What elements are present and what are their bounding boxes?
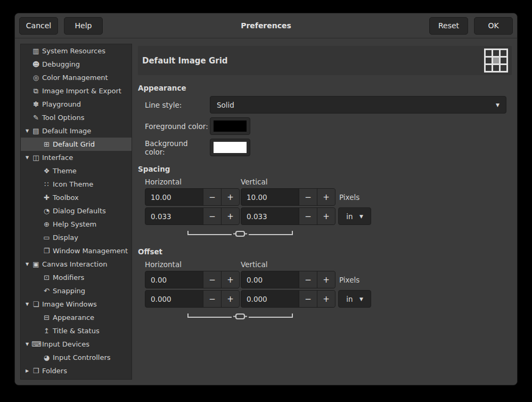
background-color-label: Background color: [145, 139, 210, 156]
spacing-vertical-pixels-input[interactable]: 10.00 [241, 189, 299, 205]
expander-icon[interactable]: ▼ [23, 262, 31, 267]
debugging-icon: ☻ [31, 60, 40, 68]
spacing-unit-dropdown[interactable]: in ▼ [338, 207, 371, 225]
offset-horizontal-pixels-spinbox: 0.00 − + [145, 271, 240, 288]
spacing-horizontal-pixels-spinbox: 10.00 − + [145, 188, 240, 206]
minus-icon[interactable]: − [299, 291, 317, 307]
sidebar-item-window-management[interactable]: ❐Window Management [21, 244, 132, 258]
offset-chain-button[interactable] [187, 312, 293, 320]
help-button[interactable]: Help [64, 17, 103, 35]
cancel-button[interactable]: Cancel [19, 17, 58, 35]
expander-icon[interactable]: ▼ [23, 302, 31, 307]
sidebar-item-input-controllers[interactable]: ◕Input Controllers [21, 351, 132, 364]
minus-icon[interactable]: − [203, 208, 221, 224]
plus-icon[interactable]: + [221, 189, 239, 205]
expander-icon[interactable]: ▼ [23, 155, 31, 160]
plus-icon[interactable]: + [317, 208, 335, 224]
plus-icon[interactable]: + [317, 271, 335, 288]
sidebar-item-default-image[interactable]: ▼▤Default Image [21, 124, 132, 138]
sidebar-item-label: Title & Status [53, 327, 100, 335]
line-style-label: Line style: [145, 101, 210, 109]
expander-icon[interactable]: ▼ [23, 128, 31, 133]
foreground-color-button[interactable] [210, 117, 250, 135]
dialog-defaults-icon: ◔ [42, 207, 51, 215]
sidebar-item-label: Default Grid [53, 140, 95, 148]
sidebar-item-label: Dialog Defaults [53, 207, 106, 215]
sidebar-item-folders[interactable]: ▶❒Folders [21, 364, 132, 377]
sidebar-item-image-import-and-export[interactable]: ⧉Image Import & Export [21, 84, 132, 98]
sidebar-item-help-system[interactable]: ⊕Help System [21, 218, 132, 231]
sidebar-item-playground[interactable]: ✽Playground [21, 98, 132, 111]
plus-icon[interactable]: + [221, 291, 239, 307]
sidebar-item-label: Folders [42, 367, 67, 375]
sidebar-item-icon-theme[interactable]: ∷Icon Theme [21, 178, 132, 191]
dialog-body: ▥System Resources☻Debugging◎Color Manage… [15, 38, 517, 385]
sidebar-item-label: Debugging [42, 60, 80, 68]
minus-icon[interactable]: − [203, 291, 221, 307]
sidebar-item-snapping[interactable]: ↶Snapping [21, 284, 132, 298]
minus-icon[interactable]: − [299, 189, 317, 205]
sidebar-item-title-and-status[interactable]: ↥Title & Status [21, 324, 132, 337]
appearance-heading: Appearance [138, 84, 512, 92]
sidebar-item-system-resources[interactable]: ▥System Resources [21, 44, 132, 58]
offset-pixels-unit-label: Pixels [339, 276, 359, 284]
sidebar-item-image-windows[interactable]: ▼❏Image Windows [21, 298, 132, 311]
sidebar-item-debugging[interactable]: ☻Debugging [21, 58, 132, 71]
folders-icon: ❒ [31, 367, 40, 375]
offset-vertical-unit-input[interactable]: 0.000 [241, 291, 299, 307]
plus-icon[interactable]: + [221, 271, 239, 288]
foreground-color-label: Foreground color: [145, 122, 210, 131]
spacing-pixels-unit-label: Pixels [339, 193, 359, 202]
spacing-chain-button[interactable] [187, 229, 293, 238]
offset-unit-dropdown[interactable]: in ▼ [338, 290, 371, 308]
reset-button[interactable]: Reset [429, 17, 468, 35]
expander-icon[interactable]: ▼ [23, 342, 31, 347]
expander-icon[interactable]: ▶ [23, 368, 31, 373]
input-devices-icon: ⌨ [31, 340, 40, 348]
offset-horizontal-unit-input[interactable]: 0.000 [145, 291, 203, 307]
spacing-unit-value: in [346, 212, 353, 221]
canvas-interaction-icon: ▣ [31, 260, 40, 268]
spacing-horizontal-unit-spinbox: 0.033 − + [145, 207, 240, 225]
sidebar-item-color-management[interactable]: ◎Color Management [21, 71, 132, 84]
sidebar-item-canvas-interaction[interactable]: ▼▣Canvas Interaction [21, 258, 132, 271]
ok-button[interactable]: OK [474, 17, 513, 35]
sidebar-item-label: Modifiers [53, 274, 84, 282]
minus-icon[interactable]: − [299, 208, 317, 224]
background-color-button[interactable] [210, 139, 250, 156]
sidebar-item-theme[interactable]: ❖Theme [21, 164, 132, 178]
minus-icon[interactable]: − [203, 271, 221, 288]
background-color-swatch [214, 142, 247, 153]
minus-icon[interactable]: − [299, 271, 317, 288]
spacing-horizontal-pixels-input[interactable]: 10.00 [145, 189, 203, 205]
sidebar-item-toolbox[interactable]: ✚Toolbox [21, 191, 132, 204]
default-image-icon: ▤ [31, 127, 40, 135]
plus-icon[interactable]: + [221, 208, 239, 224]
sidebar-item-interface[interactable]: ▼◫Interface [21, 151, 132, 164]
sidebar-item-label: System Resources [42, 47, 105, 55]
sidebar-item-display[interactable]: ▭Display [21, 231, 132, 244]
sidebar-item-modifiers[interactable]: ⊡Modifiers [21, 271, 132, 284]
sidebar-item-input-devices[interactable]: ▼⌨Input Devices [21, 337, 132, 351]
spacing-vertical-pixels-spinbox: 10.00 − + [241, 188, 335, 206]
line-style-dropdown[interactable]: Solid ▼ [210, 96, 506, 114]
sidebar-item-appearance[interactable]: ⊟Appearance [21, 311, 132, 324]
snapping-icon: ↶ [42, 287, 51, 295]
sidebar-item-tool-options[interactable]: ✎Tool Options [21, 111, 132, 124]
offset-vertical-pixels-input[interactable]: 0.00 [241, 271, 299, 288]
header-right-buttons: Reset OK [429, 17, 513, 35]
spacing-vertical-unit-input[interactable]: 0.033 [241, 208, 299, 224]
sidebar-item-default-grid[interactable]: ⊞Default Grid [21, 138, 132, 151]
spacing-horizontal-unit-input[interactable]: 0.033 [145, 208, 203, 224]
sidebar-item-label: Playground [42, 100, 81, 108]
help-system-icon: ⊕ [42, 220, 51, 228]
offset-horizontal-pixels-input[interactable]: 0.00 [145, 271, 203, 288]
sidebar-item-dialog-defaults[interactable]: ◔Dialog Defaults [21, 204, 132, 218]
page-title: Default Image Grid [142, 56, 228, 66]
sidebar-item-label: Icon Theme [53, 180, 93, 188]
spacing-column-labels: Horizontal Vertical [145, 178, 512, 186]
grid-icon [484, 49, 508, 73]
minus-icon[interactable]: − [203, 189, 221, 205]
plus-icon[interactable]: + [317, 291, 335, 307]
plus-icon[interactable]: + [317, 189, 335, 205]
